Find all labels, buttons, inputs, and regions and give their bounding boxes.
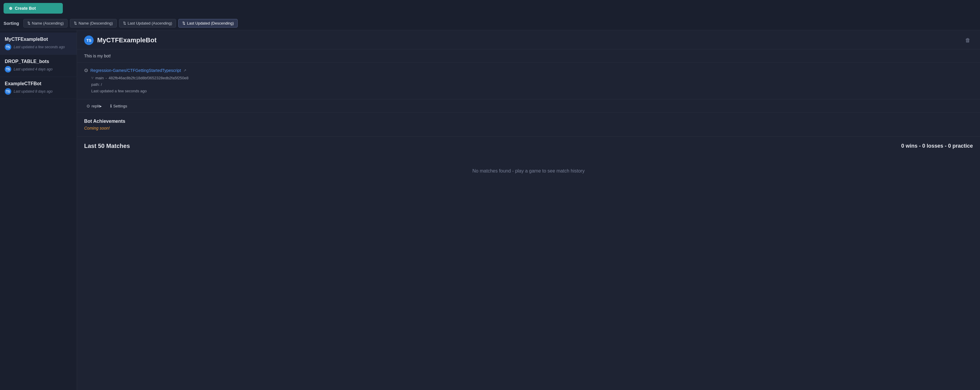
branch-row: ⑂ main - 482fb46ac8b2fc18d8bf3652328edb2…	[91, 75, 973, 81]
bot-time-1: Last updated 4 days ago	[14, 67, 52, 71]
branch-name: main	[95, 75, 104, 81]
replit-icon: ⊙	[86, 103, 90, 108]
create-bot-label: Create Bot	[15, 6, 36, 11]
matches-header: Last 50 Matches 0 wins - 0 losses - 0 pr…	[84, 143, 973, 149]
repo-details: ⑂ main - 482fb46ac8b2fc18d8bf3652328edb2…	[91, 75, 973, 94]
bot-list: MyCTFExampleBot TS Last updated a few se…	[0, 30, 77, 390]
sort-icon: ⇅	[74, 21, 77, 25]
sort-name-asc-label: Name (Ascending)	[32, 21, 64, 25]
sort-icon: ⇅	[182, 21, 185, 25]
commit-hash: 482fb46ac8b2fc18d8bf3652328edb2fa5f250e8	[109, 75, 189, 81]
sort-name-desc-button[interactable]: ⇅ Name (Descending)	[70, 19, 117, 27]
bot-name-0: MyCTFExampleBot	[5, 37, 72, 42]
matches-section: Last 50 Matches 0 wins - 0 losses - 0 pr…	[77, 137, 980, 192]
repo-link[interactable]: Regression-Games/CTFGettingStartedTypesc…	[91, 68, 181, 73]
github-icon: ⊙	[84, 67, 88, 73]
detail-header: TS MyCTFExampleBot 🗑	[77, 30, 980, 49]
sort-updated-asc-button[interactable]: ⇅ Last Updated (Ascending)	[119, 19, 176, 27]
create-bot-button[interactable]: ⊕ Create Bot	[3, 3, 63, 14]
repo-section: ⊙ Regression-Games/CTFGettingStartedType…	[77, 63, 980, 100]
sort-updated-desc-button[interactable]: ⇅ Last Updated (Descending)	[178, 19, 238, 27]
repo-last-updated: Last updated a few seconds ago	[91, 89, 146, 93]
description-text: This is my bot!	[84, 54, 111, 58]
separator: -	[105, 75, 107, 81]
repo-path-row: path: /	[91, 81, 973, 88]
replit-label: replit▸	[92, 104, 102, 108]
avatar-2: TS	[5, 88, 11, 95]
detail-bot-name: MyCTFExampleBot	[97, 36, 156, 44]
matches-stats: 0 wins - 0 losses - 0 practice	[901, 143, 973, 149]
settings-label: Settings	[113, 104, 127, 108]
achievements-coming-soon: Coming soon!	[84, 126, 973, 130]
avatar-1: TS	[5, 66, 11, 73]
sorting-label: Sorting	[3, 21, 19, 26]
delete-button[interactable]: 🗑	[963, 36, 973, 45]
repo-link-row: ⊙ Regression-Games/CTFGettingStartedType…	[84, 67, 973, 73]
detail-header-left: TS MyCTFExampleBot	[84, 35, 156, 45]
bot-description: This is my bot!	[77, 49, 980, 63]
sort-icon: ⇅	[27, 21, 30, 25]
bot-name-2: ExampleCTFBot	[5, 81, 72, 86]
tool-row: ⊙ replit▸ ℹ Settings	[77, 100, 980, 113]
sort-updated-desc-label: Last Updated (Descending)	[187, 21, 234, 25]
plus-icon: ⊕	[9, 6, 13, 11]
bot-meta-1: TS Last updated 4 days ago	[5, 66, 72, 73]
bot-time-2: Last updated 8 days ago	[14, 89, 52, 94]
bot-name-1: DROP_TABLE_bots	[5, 59, 72, 64]
detail-panel: TS MyCTFExampleBot 🗑 This is my bot! ⊙ R…	[77, 30, 980, 390]
avatar-0: TS	[5, 44, 11, 50]
achievements-section: Bot Achievements Coming soon!	[77, 113, 980, 137]
bot-meta-0: TS Last updated a few seconds ago	[5, 44, 72, 50]
settings-icon: ℹ	[110, 103, 112, 108]
no-matches-message: No matches found - play a game to see ma…	[84, 157, 973, 185]
bot-time-0: Last updated a few seconds ago	[14, 45, 65, 49]
achievements-title: Bot Achievements	[84, 119, 973, 124]
detail-avatar: TS	[84, 35, 94, 45]
branch-icon: ⑂	[91, 75, 94, 81]
sort-name-desc-label: Name (Descending)	[78, 21, 113, 25]
sorting-bar: Sorting ⇅ Name (Ascending) ⇅ Name (Desce…	[0, 17, 980, 30]
sort-name-asc-button[interactable]: ⇅ Name (Ascending)	[24, 19, 68, 27]
sort-updated-asc-label: Last Updated (Ascending)	[128, 21, 172, 25]
bot-item-2[interactable]: ExampleCTFBot TS Last updated 8 days ago	[0, 77, 77, 99]
settings-button[interactable]: ℹ Settings	[108, 102, 129, 109]
bot-item-1[interactable]: DROP_TABLE_bots TS Last updated 4 days a…	[0, 55, 77, 77]
bot-item-0[interactable]: MyCTFExampleBot TS Last updated a few se…	[0, 33, 77, 55]
matches-title: Last 50 Matches	[84, 143, 130, 149]
repo-path: /	[101, 82, 102, 87]
repo-updated-row: Last updated a few seconds ago	[91, 88, 973, 94]
sort-icon: ⇅	[123, 21, 126, 25]
main-content: MyCTFExampleBot TS Last updated a few se…	[0, 30, 980, 390]
replit-button[interactable]: ⊙ replit▸	[84, 102, 104, 109]
bot-meta-2: TS Last updated 8 days ago	[5, 88, 72, 95]
external-link-icon: ↗	[183, 68, 186, 73]
